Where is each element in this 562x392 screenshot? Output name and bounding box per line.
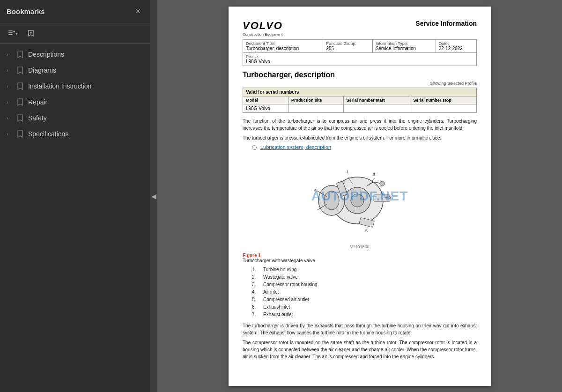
info-type-label: Information Type: — [376, 41, 433, 46]
figure-caption: V1101880 — [243, 244, 477, 249]
date-value: 22-12-2022 — [439, 46, 473, 51]
list-item-1: 1. Turbine housing — [252, 266, 477, 274]
figure-container: 1 3 5 5 6 V1101880 — [243, 154, 477, 249]
sidebar-item-specifications[interactable]: › Specifications — [0, 126, 150, 142]
bookmark-icon — [17, 82, 23, 90]
serial-row-production — [288, 104, 344, 112]
date-label: Date: — [439, 41, 473, 46]
svg-point-10 — [324, 191, 339, 210]
doc-title-label: Document Title: — [246, 41, 320, 46]
info-type-value: Service Information — [376, 46, 433, 51]
list-item-label: Compressor rotor housing — [263, 281, 318, 288]
list-item-6: 6. Exhaust inlet — [252, 303, 477, 311]
list-item-label: Exhaust inlet — [263, 303, 290, 311]
function-group-label: Function Group: — [326, 41, 369, 46]
sidebar-item-installation-instruction[interactable]: › Installation Instruction — [0, 78, 150, 94]
bookmark-icon — [17, 98, 23, 106]
list-item-label: Air inlet — [263, 288, 279, 296]
serial-table-header: Valid for serial numbers — [243, 88, 477, 96]
col-serial-start: Serial number start — [343, 96, 410, 104]
bookmark-icon — [17, 51, 23, 58]
col-production-site: Production site — [288, 96, 344, 104]
svg-rect-11 — [374, 195, 390, 201]
svg-rect-1 — [8, 32, 13, 33]
sidebar-nav: › Descriptions › Diagrams › Installation… — [0, 44, 150, 392]
chevron-right-icon: › — [7, 52, 12, 57]
sidebar-title: Bookmarks — [7, 7, 45, 15]
service-info-title: Service Information — [415, 20, 477, 27]
chevron-right-icon: › — [7, 131, 12, 137]
list-item-2: 2. Wastegate valve — [252, 274, 477, 281]
circle-bullet-icon — [252, 145, 257, 150]
sidebar-item-descriptions[interactable]: › Descriptions — [0, 46, 150, 62]
figure-label: Figure 1 — [243, 253, 477, 258]
svg-marker-3 — [13, 30, 15, 32]
collapse-handle[interactable]: ◀ — [150, 0, 157, 392]
bookmark-add-icon — [27, 30, 35, 37]
svg-rect-2 — [8, 34, 13, 35]
list-item-label: Turbine housing — [263, 266, 296, 274]
lubrication-link-item: Lubrication system, description — [252, 144, 477, 150]
profile-value: L90G Volvo — [246, 59, 473, 64]
sidebar-item-label: Safety — [28, 114, 143, 122]
bookmark-icon — [17, 130, 23, 138]
chevron-right-icon: › — [7, 83, 12, 89]
svg-rect-0 — [8, 30, 13, 31]
figure-sublabel: Turbocharger with wastegate valve — [243, 258, 477, 263]
profile-label: Profile: — [246, 54, 473, 59]
serial-row-model: L90G Volvo — [243, 104, 288, 112]
info-table: Document Title: Turbocharger, descriptio… — [243, 39, 477, 66]
volvo-logo: VOLVO — [243, 20, 283, 32]
turbocharger-diagram: 1 3 5 5 6 — [313, 154, 407, 243]
body-paragraph-3: The turbocharger is driven by the exhaus… — [243, 322, 477, 336]
sidebar-item-label: Descriptions — [28, 51, 143, 58]
chevron-right-icon: › — [7, 67, 12, 73]
body-paragraph-4: The compressor rotor is mounted on the s… — [243, 339, 477, 360]
svg-text:5: 5 — [389, 195, 391, 200]
list-item-5: 5. Compressed air outlet — [252, 296, 477, 303]
sidebar-item-diagrams[interactable]: › Diagrams — [0, 62, 150, 78]
sidebar-toolbar: ▾ — [0, 23, 150, 44]
volvo-branding: VOLVO Construction Equipment — [243, 20, 283, 37]
list-item-7: 7. Exhaust outlet — [252, 311, 477, 318]
chevron-right-icon: › — [7, 99, 12, 105]
showing-profile: Showing Selected Profile — [243, 81, 477, 86]
list-item-4: 4. Air inlet — [252, 288, 477, 296]
serial-row-start — [343, 104, 410, 112]
dropdown-arrow: ▾ — [15, 31, 18, 36]
svg-text:5: 5 — [365, 229, 368, 233]
sidebar-item-label: Specifications — [28, 130, 143, 138]
svg-point-21 — [380, 181, 385, 186]
close-button[interactable]: × — [133, 6, 143, 17]
sidebar-header: Bookmarks × — [0, 0, 150, 23]
serial-row-stop — [410, 104, 477, 112]
svg-text:6: 6 — [314, 188, 317, 193]
sidebar-item-repair[interactable]: › Repair — [0, 94, 150, 110]
bookmark-icon — [17, 67, 23, 74]
sidebar: Bookmarks × ▾ › Descriptio — [0, 0, 150, 392]
component-list: 1. Turbine housing 2. Wastegate valve 3.… — [252, 266, 477, 318]
bookmark-icon — [17, 114, 23, 122]
bookmark-add-button[interactable] — [24, 27, 38, 39]
list-item-3: 3. Compressor rotor housing — [252, 281, 477, 288]
col-serial-stop: Serial number stop — [410, 96, 477, 104]
volvo-sub: Construction Equipment — [243, 32, 283, 37]
sidebar-item-label: Diagrams — [28, 67, 143, 74]
list-icon — [8, 30, 15, 37]
svg-text:1: 1 — [347, 170, 349, 174]
list-item-label: Exhaust outlet — [263, 311, 293, 318]
bookmarks-list-button[interactable]: ▾ — [5, 27, 21, 39]
main-content: AUTOPDF.NET VOLVO Construction Equipment… — [157, 0, 562, 392]
function-group-value: 255 — [326, 46, 369, 51]
body-paragraph-1: The function of the turbocharger is to c… — [243, 118, 477, 132]
collapse-icon: ◀ — [151, 192, 156, 200]
document-page: AUTOPDF.NET VOLVO Construction Equipment… — [229, 7, 491, 386]
document-heading: Turbocharger, description — [243, 71, 477, 79]
sidebar-item-safety[interactable]: › Safety — [0, 110, 150, 126]
body-paragraph-2: The turbocharger is pressure-lubricated … — [243, 134, 477, 141]
doc-title-value: Turbocharger, description — [246, 46, 320, 51]
chevron-right-icon: › — [7, 115, 12, 121]
document-header: VOLVO Construction Equipment Service Inf… — [243, 20, 477, 37]
sidebar-item-label: Repair — [28, 98, 143, 106]
lubrication-link[interactable]: Lubrication system, description — [260, 144, 331, 150]
